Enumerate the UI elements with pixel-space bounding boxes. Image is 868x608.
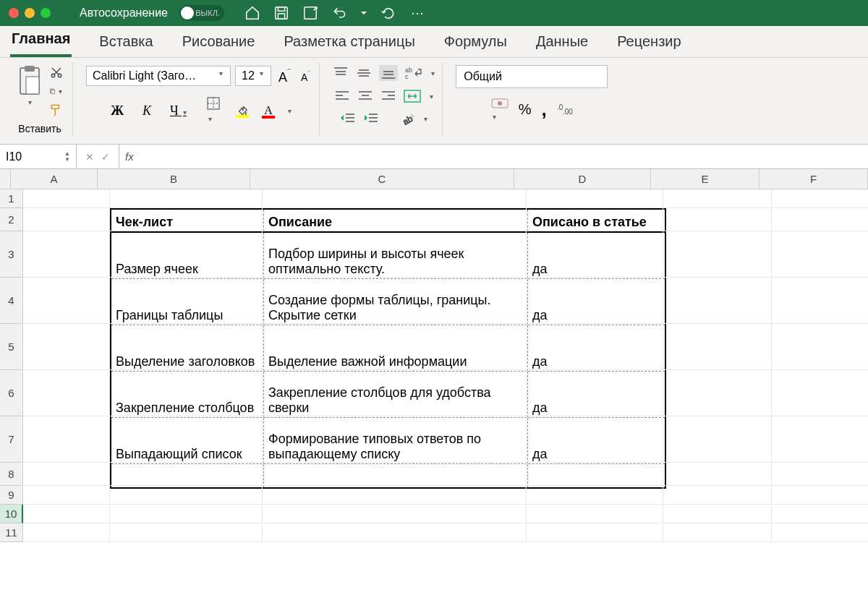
bold-button[interactable]: Ж: [106, 102, 128, 120]
column-header[interactable]: D: [514, 169, 651, 189]
maximize-window-button[interactable]: [41, 8, 51, 18]
align-center-icon[interactable]: [357, 90, 373, 103]
confirm-formula-icon[interactable]: ✓: [101, 151, 110, 163]
cell[interactable]: [663, 486, 772, 505]
orientation-icon[interactable]: ab: [401, 111, 415, 126]
cell[interactable]: [527, 416, 663, 463]
redo-icon[interactable]: [380, 5, 396, 21]
cell[interactable]: [772, 463, 868, 486]
row-header[interactable]: 10: [0, 505, 23, 523]
row-header[interactable]: 6: [0, 370, 23, 416]
cell[interactable]: [263, 324, 527, 370]
cell[interactable]: [527, 208, 663, 231]
align-middle-icon[interactable]: [356, 67, 372, 80]
cell[interactable]: [23, 231, 110, 278]
tab-review[interactable]: Рецензир: [616, 27, 682, 57]
column-header[interactable]: A: [11, 169, 98, 189]
cell[interactable]: [23, 523, 110, 542]
number-format-combo[interactable]: Общий: [456, 65, 608, 88]
cell[interactable]: [110, 278, 263, 324]
cell[interactable]: [263, 523, 527, 542]
cell[interactable]: [23, 370, 110, 416]
underline-button[interactable]: Ч ▾: [166, 102, 192, 120]
cell[interactable]: [663, 324, 772, 370]
row-header[interactable]: 1: [0, 189, 23, 208]
close-window-button[interactable]: [9, 8, 19, 18]
chevron-down-icon[interactable]: ▾: [430, 69, 436, 77]
cell[interactable]: [772, 324, 868, 370]
name-box-stepper[interactable]: ▲▼: [64, 151, 70, 163]
cell[interactable]: [663, 416, 772, 463]
borders-button[interactable]: ▾: [203, 95, 224, 127]
cell[interactable]: [110, 505, 263, 523]
row-header[interactable]: 4: [0, 278, 23, 324]
cell[interactable]: [663, 278, 772, 324]
cell[interactable]: [110, 370, 263, 416]
select-all-corner[interactable]: [0, 169, 11, 189]
row-header[interactable]: 2: [0, 208, 23, 231]
cell[interactable]: [663, 463, 772, 486]
tab-page-layout[interactable]: Разметка страницы: [282, 27, 416, 57]
cell[interactable]: [110, 463, 263, 486]
cell[interactable]: [110, 208, 263, 231]
decrease-font-icon[interactable]: Aˇ: [298, 67, 313, 85]
cell[interactable]: [263, 278, 527, 324]
cell[interactable]: [772, 505, 868, 523]
row-header[interactable]: 7: [0, 416, 23, 463]
row-header[interactable]: 3: [0, 231, 23, 278]
cell[interactable]: [23, 324, 110, 370]
cancel-formula-icon[interactable]: ✕: [85, 151, 94, 163]
column-header[interactable]: C: [250, 169, 514, 189]
cell[interactable]: [527, 189, 663, 208]
cell[interactable]: [23, 416, 110, 463]
cell[interactable]: [527, 486, 663, 505]
column-header[interactable]: E: [651, 169, 760, 189]
grid-body[interactable]: Чек-листОписаниеОписано в статьеРазмер я…: [23, 189, 868, 542]
cell[interactable]: [110, 189, 263, 208]
cell[interactable]: [663, 208, 772, 231]
cell[interactable]: [772, 416, 868, 463]
cell[interactable]: [663, 231, 772, 278]
cell[interactable]: [772, 189, 868, 208]
font-color-button[interactable]: A: [260, 103, 276, 120]
cell[interactable]: [527, 278, 663, 324]
undo-dropdown-icon[interactable]: [360, 5, 367, 21]
format-painter-icon[interactable]: [49, 103, 64, 117]
column-header[interactable]: F: [760, 169, 868, 189]
tab-draw[interactable]: Рисование: [181, 27, 257, 57]
chevron-down-icon[interactable]: ▾: [422, 115, 429, 123]
column-header[interactable]: B: [98, 169, 250, 189]
italic-button[interactable]: К: [138, 102, 156, 120]
cell[interactable]: [110, 486, 263, 505]
tab-formulas[interactable]: Формулы: [443, 27, 509, 57]
cell[interactable]: [110, 416, 263, 463]
autosave-toggle[interactable]: ВЫКЛ.: [179, 5, 224, 21]
cell[interactable]: [23, 463, 110, 486]
cell[interactable]: [527, 505, 663, 523]
copy-icon[interactable]: ▾: [49, 84, 64, 98]
more-icon[interactable]: ⋯: [409, 5, 425, 21]
save-icon[interactable]: [273, 5, 289, 21]
cell[interactable]: [263, 370, 527, 416]
increase-indent-icon[interactable]: [363, 112, 379, 125]
chevron-down-icon[interactable]: ▾: [428, 93, 435, 100]
cell[interactable]: [23, 208, 110, 231]
fx-label[interactable]: fx: [119, 145, 140, 168]
cell[interactable]: [110, 523, 263, 542]
wrap-text-icon[interactable]: abc: [405, 67, 422, 80]
cell[interactable]: [527, 463, 663, 486]
tab-data[interactable]: Данные: [535, 27, 590, 57]
cell[interactable]: [663, 189, 772, 208]
cell[interactable]: [110, 231, 263, 278]
undo-icon[interactable]: [331, 5, 347, 21]
name-box[interactable]: I10 ▲▼: [0, 145, 77, 168]
cell[interactable]: [263, 231, 527, 278]
align-right-icon[interactable]: [380, 90, 396, 103]
font-size-combo[interactable]: 12 ▾: [235, 66, 271, 86]
cell[interactable]: [772, 231, 868, 278]
cell[interactable]: [663, 505, 772, 523]
fill-color-button[interactable]: ▾: [234, 103, 250, 119]
cell[interactable]: [263, 416, 527, 463]
cell[interactable]: [263, 189, 527, 208]
row-header[interactable]: 5: [0, 324, 23, 370]
